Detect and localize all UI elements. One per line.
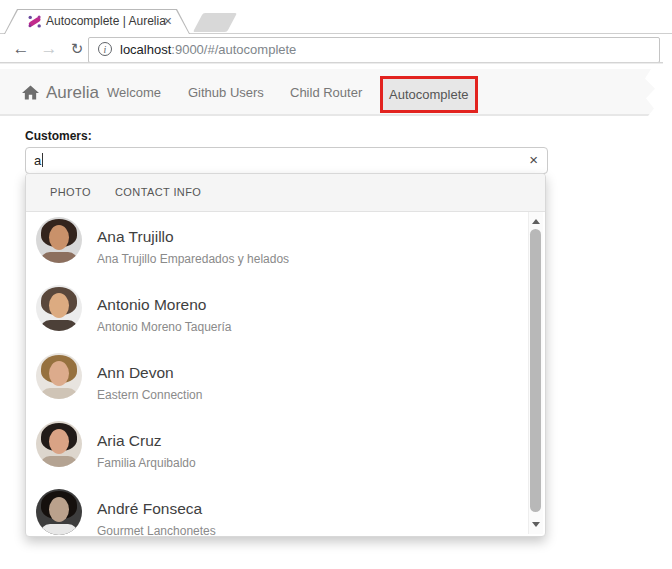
aurelia-favicon-icon: [27, 14, 42, 29]
customer-name: Ann Devon: [97, 364, 174, 382]
clear-input-icon[interactable]: ×: [529, 148, 538, 173]
nav-item-github-users[interactable]: Github Users: [188, 69, 264, 116]
customer-company: Ana Trujillo Emparedados y helados: [97, 252, 289, 266]
page-info-icon[interactable]: i: [98, 42, 112, 56]
dropdown-header: PHOTO CONTACT INFO: [26, 174, 545, 212]
browser-tab[interactable]: Autocomplete | Aurelia ×: [4, 9, 190, 34]
app-navbar: Aurelia Welcome Github Users Child Route…: [0, 69, 660, 116]
scroll-up-icon[interactable]: [532, 219, 540, 224]
customer-row[interactable]: Ann Devon Eastern Connection: [26, 348, 545, 416]
nav-item-autocomplete[interactable]: Autocomplete: [383, 79, 475, 110]
new-tab-button[interactable]: [193, 13, 237, 32]
customer-avatar: [36, 421, 82, 467]
customer-avatar: [36, 285, 82, 331]
customer-row[interactable]: Antonio Moreno Antonio Moreno Taquería: [26, 280, 545, 348]
url-text: localhost:9000/#/autocomplete: [120, 38, 296, 62]
customer-avatar: [36, 217, 82, 263]
customer-name: Ana Trujillo: [97, 228, 174, 246]
customer-name: Antonio Moreno: [97, 296, 206, 314]
home-icon: [22, 85, 39, 100]
tab-close-icon[interactable]: ×: [164, 9, 172, 34]
nav-item-child-router[interactable]: Child Router: [290, 69, 362, 116]
customer-list: Ana Trujillo Ana Trujillo Emparedados y …: [26, 212, 545, 536]
customer-name: Aria Cruz: [97, 432, 162, 450]
refresh-icon[interactable]: ↻: [64, 37, 90, 61]
navbar-brand[interactable]: Aurelia: [22, 69, 99, 116]
customer-row[interactable]: Aria Cruz Familia Arquibaldo: [26, 416, 545, 484]
text-caret: [42, 153, 43, 167]
column-header-photo: PHOTO: [50, 174, 91, 211]
back-icon[interactable]: ←: [8, 37, 34, 61]
customer-avatar: [36, 489, 82, 535]
customer-row[interactable]: Ana Trujillo Ana Trujillo Emparedados y …: [26, 212, 545, 280]
customers-label: Customers:: [25, 129, 92, 143]
customer-company: Familia Arquibaldo: [97, 456, 196, 470]
customer-row[interactable]: André Fonseca Gourmet Lanchonetes: [26, 484, 545, 536]
dropdown-scrollbar[interactable]: [528, 212, 543, 534]
red-annotation-box: Autocomplete: [380, 76, 478, 113]
url-path: :9000/#/autocomplete: [171, 42, 296, 57]
brand-label: Aurelia: [46, 83, 99, 103]
scrollbar-thumb[interactable]: [530, 229, 541, 512]
url-host: localhost: [120, 42, 171, 57]
customer-avatar: [36, 353, 82, 399]
tab-title: Autocomplete | Aurelia: [46, 9, 166, 34]
toolbar-border-soft: [0, 63, 663, 64]
customer-company: Eastern Connection: [97, 388, 202, 402]
customer-company: Antonio Moreno Taquería: [97, 320, 232, 334]
customer-name: André Fonseca: [97, 500, 202, 518]
browser-window: Autocomplete | Aurelia × ← → ↻ i localho…: [0, 0, 672, 569]
customer-company: Gourmet Lanchonetes: [97, 524, 216, 536]
forward-icon: →: [36, 37, 62, 61]
input-value: a: [34, 148, 43, 173]
scroll-down-icon[interactable]: [532, 522, 540, 527]
autocomplete-dropdown: PHOTO CONTACT INFO Ana Trujillo Ana Truj…: [25, 173, 546, 537]
autocomplete-input[interactable]: a ×: [25, 147, 548, 174]
nav-item-welcome[interactable]: Welcome: [107, 69, 161, 116]
address-bar[interactable]: i localhost:9000/#/autocomplete: [88, 37, 660, 63]
column-header-contact-info: CONTACT INFO: [115, 174, 201, 211]
